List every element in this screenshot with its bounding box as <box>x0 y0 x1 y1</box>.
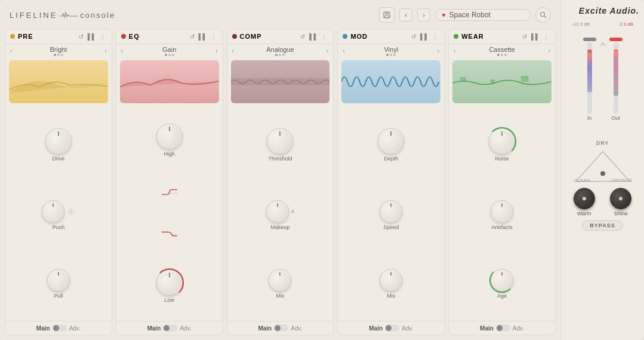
wear-bars-icon[interactable]: ▌▌ <box>531 32 540 41</box>
pre-active-dot <box>10 34 15 39</box>
mod-bars-icon[interactable]: ▌▌ <box>420 32 429 41</box>
eq-filter-low-row <box>161 228 178 239</box>
eq-bars-icon[interactable]: ▌▌ <box>199 32 207 41</box>
back-button[interactable]: ‹ <box>399 8 412 21</box>
wear-next-arrow[interactable]: › <box>549 48 550 54</box>
comp-next-arrow[interactable]: › <box>326 48 328 54</box>
eq-filter-high-icon[interactable] <box>161 188 178 197</box>
mod-speed-label: Speed <box>383 224 399 230</box>
comp-auto-badge: A <box>291 209 294 214</box>
mod-speed-knob[interactable] <box>380 200 402 223</box>
eq-high-knob[interactable] <box>156 123 183 150</box>
wear-age-knob[interactable] <box>491 269 513 292</box>
module-pre-name: PRE <box>10 33 33 40</box>
wear-age-label: Age <box>497 293 507 299</box>
comp-undo-icon[interactable]: ↺ <box>298 32 307 41</box>
mod-waveform <box>341 60 440 103</box>
pre-menu-icon[interactable]: ⋮ <box>98 32 107 41</box>
clean-corner-label: CLEAN <box>574 178 590 183</box>
comp-mix-knob[interactable] <box>269 269 291 292</box>
meter-in-handle[interactable] <box>583 38 596 41</box>
pre-drive-knob[interactable] <box>45 128 72 154</box>
pre-pull-label: Pull <box>54 293 63 299</box>
pre-undo-icon[interactable]: ↺ <box>77 32 85 41</box>
meter-in-db: -12.3 dB <box>572 21 590 27</box>
wear-footer-adv: Adv. <box>513 325 524 332</box>
mod-toggle[interactable] <box>385 324 399 332</box>
meter-out-track <box>614 42 618 114</box>
mod-prev-arrow[interactable]: ‹ <box>343 48 344 54</box>
pre-drive-knob-container: Drive <box>45 128 72 162</box>
mod-next-arrow[interactable]: › <box>437 48 439 54</box>
svg-point-3 <box>541 13 545 17</box>
pre-pull-knob[interactable] <box>47 269 70 292</box>
svg-rect-7 <box>231 78 330 85</box>
comp-prev-arrow[interactable]: ‹ <box>232 48 234 54</box>
dry-section: DRY CLEAN VINTAGE <box>566 140 639 184</box>
wear-footer-main: Main <box>480 325 494 332</box>
svg-rect-10 <box>521 76 529 82</box>
mod-footer: Main Adv. <box>338 321 444 335</box>
wear-menu-icon[interactable]: ⋮ <box>542 32 550 41</box>
eq-knobs: High <box>116 106 223 321</box>
mod-depth-knob[interactable] <box>378 128 404 154</box>
eq-prev-arrow[interactable]: ‹ <box>121 48 123 54</box>
meter-in-col: In <box>583 29 596 121</box>
preset-name: Space Robot <box>449 11 491 19</box>
comp-makeup-knob-container: A Makeup <box>266 200 294 230</box>
wear-noise-knob[interactable] <box>489 128 515 154</box>
left-panel: LIFELINE console ‹ › ♥ Space Robot <box>0 0 560 340</box>
warm-knob[interactable] <box>574 188 595 209</box>
db-labels-row: -12.3 dB 2.3 dB <box>566 21 639 27</box>
eq-low-knob-container: Low <box>156 270 183 303</box>
mod-undo-icon[interactable]: ↺ <box>409 32 418 41</box>
search-button[interactable] <box>535 7 551 23</box>
comp-threshold-label: Threshold <box>268 156 292 162</box>
comp-footer: Main Adv. <box>227 321 334 335</box>
eq-filter-low-icon[interactable] <box>161 230 178 238</box>
svg-point-15 <box>600 171 605 176</box>
logo-text: LIFELINE <box>10 11 57 20</box>
eq-low-knob[interactable] <box>156 270 183 296</box>
comp-toggle[interactable] <box>274 324 288 332</box>
svg-rect-9 <box>491 79 495 83</box>
comp-menu-icon[interactable]: ⋮ <box>320 32 328 41</box>
eq-high-knob-container: High <box>156 123 183 157</box>
comp-header-icons: ↺ ▌▌ ⋮ <box>298 32 328 41</box>
pre-header-icons: ↺ ▌▌ ⋮ <box>77 32 107 41</box>
pre-prev-arrow[interactable]: ‹ <box>10 48 12 54</box>
module-pre: PRE ↺ ▌▌ ⋮ ‹ Bright › <box>5 29 112 335</box>
eq-next-arrow[interactable]: › <box>215 48 217 54</box>
pre-bars-icon[interactable]: ▌▌ <box>88 32 96 41</box>
svg-marker-14 <box>576 152 630 181</box>
eq-undo-icon[interactable]: ↺ <box>188 32 196 41</box>
forward-button[interactable]: › <box>417 8 430 21</box>
module-wear-name: WEAR <box>454 33 484 40</box>
preset-bar: ♥ Space Robot <box>435 9 531 21</box>
comp-bars-icon[interactable]: ▌▌ <box>309 32 318 41</box>
pre-next-arrow[interactable]: › <box>104 48 106 54</box>
wear-preset-name: Cassette <box>489 46 514 53</box>
pre-push-knob[interactable] <box>42 200 64 223</box>
modules-row: PRE ↺ ▌▌ ⋮ ‹ Bright › <box>5 29 556 335</box>
meter-out-handle[interactable] <box>609 38 623 41</box>
wear-artefacts-knob[interactable] <box>491 200 513 223</box>
module-eq: EQ ↺ ▌▌ ⋮ ‹ Gain › <box>116 29 223 335</box>
eq-menu-icon[interactable]: ⋮ <box>209 32 218 41</box>
mod-mix-knob[interactable] <box>380 269 402 292</box>
wear-undo-icon[interactable]: ↺ <box>520 32 529 41</box>
meter-link-icon[interactable] <box>599 41 607 50</box>
eq-active-dot <box>121 34 126 39</box>
bypass-container: BYPASS <box>566 220 639 231</box>
bypass-button[interactable]: BYPASS <box>582 220 623 231</box>
comp-makeup-knob[interactable] <box>266 200 289 223</box>
wear-prev-arrow[interactable]: ‹ <box>454 48 455 54</box>
save-button[interactable] <box>379 7 395 23</box>
mod-menu-icon[interactable]: ⋮ <box>431 32 439 41</box>
pre-toggle[interactable] <box>53 324 67 332</box>
eq-toggle[interactable] <box>163 324 177 332</box>
shine-knob[interactable] <box>610 188 631 209</box>
meter-out-label: Out <box>611 115 620 121</box>
comp-threshold-knob[interactable] <box>267 128 293 154</box>
wear-toggle[interactable] <box>496 324 510 332</box>
